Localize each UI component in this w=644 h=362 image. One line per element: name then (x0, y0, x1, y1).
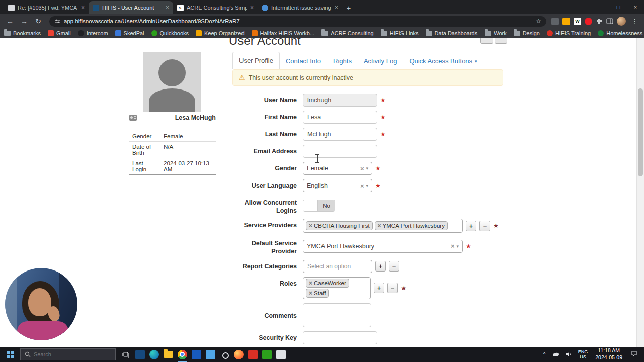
extension-icon-2[interactable] (562, 18, 570, 25)
volume-icon[interactable] (562, 351, 575, 357)
user-name-input[interactable] (303, 94, 377, 107)
remove-report-category-button[interactable]: − (389, 261, 399, 272)
browser-menu-icon[interactable]: ⋮ (629, 18, 640, 25)
edge-icon[interactable] (147, 347, 161, 362)
browser-tab-email[interactable]: Re: [#1035] Fwd: YMCA Servic × (4, 1, 89, 14)
bookmark-acre-consulting[interactable]: ACRE Consulting (321, 30, 374, 36)
teams-icon[interactable] (203, 347, 217, 362)
bookmark-work[interactable]: Work (485, 30, 506, 36)
window-minimize-button[interactable]: – (593, 0, 610, 14)
remove-tag-icon[interactable]: × (378, 222, 381, 229)
side-panel-icon[interactable] (606, 18, 613, 25)
report-categories-field[interactable]: Select an option (303, 260, 372, 273)
pocket-extension-icon[interactable] (585, 18, 592, 25)
notification-center-icon[interactable] (626, 350, 642, 359)
bookmark-homelessness-learning[interactable]: Homelessness Learn... (598, 30, 644, 36)
gender-select[interactable]: Female × ▾ (303, 162, 372, 175)
bookmark-bookmarks-folder[interactable]: Bookmarks (4, 30, 41, 36)
profile-avatar[interactable] (617, 17, 626, 26)
first-name-input[interactable] (303, 111, 377, 124)
task-view-button[interactable] (119, 347, 133, 362)
site-info-icon[interactable] (54, 18, 60, 24)
onedrive-icon[interactable] (549, 352, 562, 357)
bookmark-skedpal[interactable]: SkedPal (115, 30, 144, 36)
file-explorer-icon[interactable] (161, 347, 175, 362)
browser-tab-issue[interactable]: Intermittent issue saving users × (258, 1, 342, 14)
default-service-provider-select[interactable]: YMCA Port Hawkesbury × ▾ (303, 240, 463, 253)
word-icon[interactable] (189, 347, 203, 362)
window-maximize-button[interactable]: □ (610, 0, 627, 14)
bookmark-star-icon[interactable]: ☆ (536, 18, 541, 25)
tab-contact-info[interactable]: Contact Info (280, 53, 327, 69)
tab-close-icon[interactable]: × (81, 4, 85, 11)
new-tab-button[interactable]: + (342, 1, 355, 14)
browser-tab-simplero[interactable]: S. ACRE Consulting's Simplero × (173, 1, 258, 14)
clock[interactable]: 11:18 AM 2024-05-09 (591, 347, 626, 361)
quickbooks-app-icon[interactable] (260, 347, 274, 362)
page-scrollbar[interactable] (636, 38, 644, 347)
warning-icon: ⚠ (239, 74, 245, 81)
add-report-category-button[interactable]: + (375, 261, 386, 272)
security-key-input[interactable] (303, 331, 377, 344)
form-row-concurrent-logins: Allow Concurrent Logins No (229, 196, 511, 215)
tab-rights[interactable]: Rights (327, 53, 358, 69)
scrollbar-thumb[interactable] (638, 88, 643, 176)
bookmark-gmail[interactable]: Gmail (48, 30, 71, 36)
firefox-icon[interactable] (231, 347, 246, 362)
email-input[interactable] (303, 145, 377, 158)
browser-tab-hifis[interactable]: HIFIS - User Account × (89, 1, 173, 14)
outlook-icon[interactable] (133, 347, 147, 362)
bookmark-quickbooks[interactable]: Quickbooks (151, 30, 189, 36)
taskbar-search-box[interactable] (20, 348, 116, 360)
last-name-input[interactable] (303, 128, 377, 141)
adobe-icon[interactable] (246, 347, 260, 362)
bookmark-halifax-hifis[interactable]: Halifax HIFIS Workb... (252, 30, 315, 36)
bookmark-intercom[interactable]: Intercom (78, 30, 108, 36)
concurrent-logins-toggle[interactable]: No (303, 200, 335, 212)
address-bar[interactable]: app.hifisnovascotia.ca/Users/AdminUserDa… (49, 16, 546, 27)
page-action-button-1[interactable] (480, 38, 493, 44)
search-input[interactable] (34, 351, 111, 357)
remove-role-button[interactable]: − (387, 283, 398, 293)
remove-tag-icon[interactable]: × (309, 280, 312, 287)
bookmark-design[interactable]: Design (514, 30, 540, 36)
show-desktop-button[interactable] (642, 347, 644, 362)
start-button[interactable] (0, 347, 20, 362)
tab-user-profile[interactable]: User Profile (232, 52, 280, 69)
remove-tag-icon[interactable]: × (309, 290, 312, 297)
remove-tag-icon[interactable]: × (309, 222, 312, 229)
user-language-select[interactable]: English × ▾ (303, 179, 372, 192)
bookmark-keep-organized[interactable]: Keep Organized (196, 30, 245, 36)
notepad-icon[interactable] (274, 347, 288, 362)
clear-selection-icon[interactable]: × (451, 242, 455, 250)
roles-field[interactable]: ×CaseWorker ×Staff (303, 277, 371, 299)
tab-close-icon[interactable]: × (166, 4, 169, 11)
add-service-provider-button[interactable]: + (466, 221, 476, 231)
remove-service-provider-button[interactable]: − (479, 221, 490, 231)
add-role-button[interactable]: + (374, 283, 384, 293)
page-action-button-2[interactable] (495, 38, 507, 44)
chrome-icon[interactable] (175, 347, 189, 362)
language-code: ENG (578, 349, 588, 354)
refresh-button[interactable]: ↻ (32, 15, 44, 27)
tray-expand-chevron[interactable]: ^ (540, 351, 549, 357)
extension-icon-1[interactable] (551, 18, 559, 25)
clear-selection-icon[interactable]: × (360, 165, 364, 172)
bookmark-hifis-training[interactable]: HIFIS Training (547, 30, 591, 36)
tab-quick-access-buttons[interactable]: Quick Access Buttons▾ (403, 53, 483, 69)
extensions-puzzle-icon[interactable] (596, 18, 603, 25)
tab-close-icon[interactable]: × (250, 4, 254, 11)
comments-textarea[interactable] (303, 303, 371, 327)
obs-icon[interactable] (217, 347, 231, 362)
clear-selection-icon[interactable]: × (360, 182, 364, 190)
back-button[interactable]: ← (4, 15, 16, 27)
wikipedia-extension-icon[interactable]: W (574, 18, 581, 25)
language-indicator[interactable]: ENG US (575, 349, 592, 360)
bookmark-hifis-links[interactable]: HIFIS Links (381, 30, 419, 36)
window-close-button[interactable]: × (627, 0, 644, 14)
service-providers-field[interactable]: ×CBCHA Housing First ×YMCA Port Hawkesbu… (303, 219, 463, 233)
forward-button[interactable]: → (18, 15, 30, 27)
tab-activity-log[interactable]: Activity Log (358, 53, 403, 69)
bookmark-data-dashboards[interactable]: Data Dashboards (426, 30, 478, 36)
tab-close-icon[interactable]: × (335, 4, 338, 11)
